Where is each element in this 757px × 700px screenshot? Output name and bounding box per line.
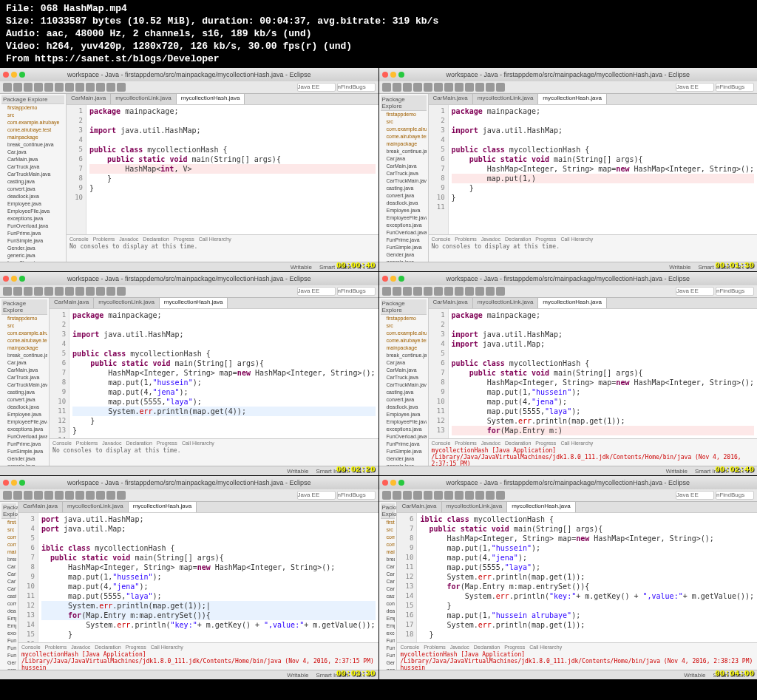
toolbar-icon[interactable] <box>86 491 95 500</box>
toolbar-icon[interactable] <box>55 83 64 92</box>
tree-item[interactable]: Car.java <box>3 149 64 156</box>
editor-tab[interactable]: CarMain.java <box>67 94 111 104</box>
tree-item[interactable]: com.example.alrubaye <box>382 534 396 541</box>
findbugs-box[interactable]: nFindBugs <box>716 287 754 296</box>
toolbar-icon[interactable] <box>65 287 74 296</box>
tree-item[interactable]: FunOverload.java <box>382 637 396 645</box>
tree-item[interactable]: Car.java <box>382 155 427 163</box>
tree-item[interactable]: exceptions.java <box>382 630 396 637</box>
tree-item[interactable]: come.alrubaye.test <box>3 126 64 134</box>
toolbar-icon[interactable] <box>424 83 432 92</box>
toolbar-icon[interactable] <box>413 491 422 500</box>
code-body[interactable]: package mainpackage; import java.util.Ha… <box>449 105 757 234</box>
editor-tab[interactable]: CarMain.java <box>429 94 473 104</box>
perspective-java[interactable]: Java EE <box>676 83 714 92</box>
tree-item[interactable]: src <box>382 526 396 534</box>
tree-item[interactable]: CarTruckMain.java <box>3 381 47 389</box>
console-tab[interactable]: Declaration <box>143 237 169 242</box>
toolbar-icon[interactable] <box>13 83 22 92</box>
tree-item[interactable]: mainpackage <box>3 134 64 141</box>
package-explorer[interactable]: Package Explorefirstappdemosrccom.exampl… <box>0 94 67 262</box>
tree-item[interactable]: FunPrime.java <box>3 230 64 237</box>
console-tab[interactable]: Declaration <box>505 237 531 242</box>
tree-item[interactable]: FunOverload.java <box>3 222 64 230</box>
code-editor[interactable]: 1234567891011121314package mainpackage; … <box>50 309 378 438</box>
toolbar-icon[interactable] <box>44 83 53 92</box>
toolbar-icon[interactable] <box>393 491 401 500</box>
editor-tab[interactable]: mycollectionHash.java <box>507 502 576 512</box>
code-body[interactable]: package mainpackage; import java.util.Ha… <box>449 309 757 438</box>
console-tab[interactable]: Declaration <box>474 645 500 650</box>
tree-item[interactable]: com.example.alrubaye <box>382 330 427 337</box>
tree-item[interactable]: Gender.java <box>382 251 427 259</box>
toolbar-icon[interactable] <box>75 83 84 92</box>
editor-tab[interactable]: CarMain.java <box>50 298 94 308</box>
minimize-icon[interactable] <box>390 72 396 78</box>
tree-item[interactable]: CarMain.java <box>382 163 427 170</box>
tree-item[interactable]: generic.java <box>3 252 64 259</box>
tree-item[interactable]: break_continue.java <box>3 556 16 563</box>
code-editor[interactable]: 345678910111213141516port java.util.Hash… <box>18 513 378 642</box>
console-tab[interactable]: Call Hierarchy <box>151 645 183 650</box>
console-tab[interactable]: Console <box>21 645 41 650</box>
toolbar-icon[interactable] <box>75 491 84 500</box>
console-tab[interactable]: Javadoc <box>481 441 500 446</box>
tree-item[interactable]: exceptions.java <box>3 215 64 222</box>
findbugs-box[interactable]: nFindBugs <box>716 491 754 500</box>
toolbar-icon[interactable] <box>106 287 115 296</box>
tree-item[interactable]: firstappdemo <box>3 104 64 112</box>
console-tab[interactable]: Declaration <box>505 441 531 446</box>
console-tab[interactable]: Javadoc <box>119 237 138 242</box>
toolbar-icon[interactable] <box>86 287 95 296</box>
toolbar-icon[interactable] <box>393 83 401 92</box>
package-explorer[interactable]: Package Explorefirstappdemosrccom.exampl… <box>0 298 50 466</box>
toolbar-icon[interactable] <box>444 491 453 500</box>
tree-item[interactable]: convert.java <box>3 396 47 404</box>
tree-item[interactable]: Gender.java <box>382 455 427 463</box>
toolbar-icon[interactable] <box>465 287 474 296</box>
maximize-icon[interactable] <box>398 276 404 282</box>
tree-item[interactable]: src <box>3 526 16 534</box>
tree-item[interactable]: EmployeeFile.java <box>3 418 47 426</box>
tree-item[interactable]: FunSimple.java <box>382 448 427 455</box>
toolbar-icon[interactable] <box>434 491 443 500</box>
tree-item[interactable]: FunSimple.java <box>382 244 427 251</box>
tree-item[interactable]: com.example.alrubaye <box>382 126 427 133</box>
tree-item[interactable]: com.example.alrubaye <box>3 534 16 541</box>
tree-item[interactable]: convert.java <box>3 186 64 193</box>
tree-item[interactable]: break_continue.java <box>382 148 427 155</box>
tree-item[interactable]: FunOverload.java <box>382 229 427 237</box>
toolbar-icon[interactable] <box>413 83 422 92</box>
tree-item[interactable]: src <box>382 118 427 126</box>
tree-item[interactable]: deadlock.java <box>3 404 47 411</box>
toolbar-icon[interactable] <box>55 491 64 500</box>
editor-tab[interactable]: mycollectionLink.java <box>473 94 539 104</box>
minimize-icon[interactable] <box>11 72 17 78</box>
tree-item[interactable]: FunPrime.java <box>3 645 16 652</box>
tree-item[interactable]: src <box>382 322 427 330</box>
toolbar-icon[interactable] <box>465 491 474 500</box>
tree-item[interactable]: CarMain.java <box>382 367 427 374</box>
tree-item[interactable]: casting.java <box>382 185 427 192</box>
tree-item[interactable]: FunPrime.java <box>382 645 396 652</box>
findbugs-box[interactable]: nFindBugs <box>337 83 376 92</box>
tree-item[interactable]: CarMain.java <box>3 156 64 163</box>
console-tab[interactable]: Console <box>69 237 89 242</box>
maximize-icon[interactable] <box>398 72 404 78</box>
toolbar-icon[interactable] <box>106 491 115 500</box>
toolbar-icon[interactable] <box>44 491 53 500</box>
toolbar-icon[interactable] <box>403 287 412 296</box>
tree-item[interactable]: come.alrubaye.test <box>382 541 396 548</box>
toolbar-icon[interactable] <box>496 287 505 296</box>
tree-item[interactable]: casting.java <box>382 593 396 600</box>
toolbar-icon[interactable] <box>486 287 495 296</box>
code-body[interactable]: package mainpackage; import java.util.Ha… <box>69 309 378 438</box>
minimize-icon[interactable] <box>11 480 17 486</box>
tree-item[interactable]: FunOverload.java <box>3 637 16 645</box>
tree-item[interactable]: deadlock.java <box>3 608 16 615</box>
package-explorer[interactable]: Package Explorefirstappdemosrccom.exampl… <box>0 502 18 670</box>
tree-item[interactable]: FunSimple.java <box>382 652 396 659</box>
console-tab[interactable]: Progress <box>535 237 556 242</box>
tree-item[interactable]: FunSimple.java <box>3 448 47 455</box>
tree-item[interactable]: EmployeeFile.java <box>3 208 64 215</box>
